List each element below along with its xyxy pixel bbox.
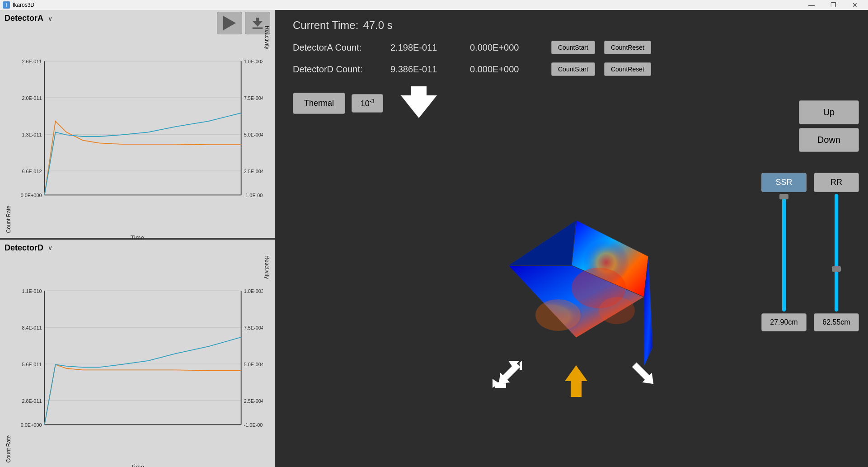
ssr-track [782,194,786,311]
down-arrow-icon [399,84,439,120]
current-time-label: Current Time: [293,19,358,32]
svg-marker-56 [629,360,658,389]
detector-a-chart: 2.6E-011 2.0E-011 1.3E-011 6.6E-012 0.0E… [12,26,263,233]
svg-text:8.4E-011: 8.4E-011 [22,325,42,330]
3d-cube-viz [481,207,671,378]
svg-text:1.0E-003: 1.0E-003 [244,288,263,293]
detector-d-y-left-label: Count Rate [5,255,12,463]
detector-d-chart: 1.1E-010 8.4E-011 5.6E-011 2.8E-011 0.0E… [12,255,263,463]
ssr-column: SSR 27.90cm [761,173,807,331]
detector-d-row: DetectorD Count: 9.386E-011 0.000E+000 C… [293,62,859,76]
detector-d-label: DetectorD [5,243,43,253]
power-base: 10 [361,99,370,108]
ssr-handle[interactable] [779,194,788,199]
nav-arrow-right[interactable] [626,359,662,392]
detector-a-chart-container: Count Rate [0,25,275,238]
current-time-value: 47.0 s [363,19,392,32]
window-controls: — ❐ ✕ [801,0,865,10]
svg-text:1.0E-003: 1.0E-003 [244,59,263,64]
detector-d-dropdown[interactable]: ∨ [48,244,52,251]
svg-text:2.5E-004: 2.5E-004 [244,398,263,403]
svg-text:7.5E-004: 7.5E-004 [244,325,263,330]
rr-value-button[interactable]: 62.55cm [814,313,859,331]
detector-d-count-start-button[interactable]: CountStart [551,62,595,76]
svg-marker-39 [401,95,437,118]
power-exp: -3 [370,98,375,104]
svg-text:5.6E-011: 5.6E-011 [22,361,42,367]
detector-a-y-right-label: Reactivity [263,26,270,233]
detector-d-header: DetectorD ∨ [0,240,275,255]
svg-text:-1.0E-009: -1.0E-009 [244,193,263,198]
detector-d-chart-container: Count Rate [0,255,275,467]
detector-a-count-start-button[interactable]: CountStart [551,41,595,54]
ssr-slider[interactable] [779,194,788,311]
ssr-value-button[interactable]: 27.90cm [761,313,807,331]
main-content: DetectorA ∨ Count Rate [0,10,868,467]
svg-text:2.5E-004: 2.5E-004 [244,169,263,174]
thermal-button[interactable]: Thermal [293,93,345,114]
svg-text:5.0E-004: 5.0E-004 [244,132,263,137]
svg-text:0.0E+000: 0.0E+000 [21,422,42,428]
detector-d-panel: DetectorD ∨ Count Rate [0,240,275,467]
svg-rect-40 [411,86,427,98]
left-panel: DetectorA ∨ Count Rate [0,10,275,467]
svg-text:1.1E-010: 1.1E-010 [22,288,42,293]
nav-arrow-left[interactable] [490,359,526,392]
app-icon: I [3,1,10,9]
nav-arrow-up[interactable] [558,363,594,401]
rod-controls: SSR 27.90cm RR 62.55cm [761,173,859,331]
rr-handle[interactable] [832,266,841,272]
detector-a-label: DetectorA [5,14,43,23]
up-button[interactable]: Up [799,100,859,124]
detector-d-count-reset-button[interactable]: CountReset [604,62,651,76]
rr-column: RR 62.55cm [814,173,859,331]
power-button[interactable]: 10-3 [352,94,383,113]
rr-track [835,194,838,311]
svg-text:-1.0E-009: -1.0E-009 [244,422,263,428]
svg-rect-1 [256,18,259,22]
app-title: Ikaros3D [13,2,801,8]
right-panel: Current Time: 47.0 s DetectorA Count: 2.… [275,10,868,467]
svg-text:6.6E-012: 6.6E-012 [22,169,42,174]
svg-marker-55 [565,365,587,397]
down-arrow-indicator [399,84,439,122]
detector-d-count-value1: 9.386E-011 [390,64,463,75]
svg-text:5.0E-004: 5.0E-004 [244,361,263,367]
svg-text:0.0E+000: 0.0E+000 [21,193,42,198]
svg-marker-46 [508,220,576,265]
detector-a-count-reset-button[interactable]: CountReset [604,41,651,54]
svg-text:2.0E-011: 2.0E-011 [22,95,42,101]
detector-a-count-label: DetectorA Count: [293,42,383,53]
rr-button[interactable]: RR [814,173,859,192]
svg-point-48 [535,299,581,331]
svg-text:1.3E-011: 1.3E-011 [22,132,42,137]
controls-row: Thermal 10-3 [293,84,859,122]
detector-d-y-right-label: Reactivity [263,255,270,463]
detector-a-panel: DetectorA ∨ Count Rate [0,10,275,240]
detector-a-row: DetectorA Count: 2.198E-011 0.000E+000 C… [293,41,859,54]
ssr-button[interactable]: SSR [761,173,807,192]
detector-d-x-label: Time [5,462,270,467]
detector-d-count-label: DetectorD Count: [293,64,383,75]
svg-text:2.6E-011: 2.6E-011 [22,59,42,64]
rr-slider[interactable] [832,194,841,311]
svg-point-49 [599,297,635,324]
maximize-button[interactable]: ❐ [823,0,844,10]
detector-d-count-value2: 0.000E+000 [470,64,542,75]
minimize-button[interactable]: — [801,0,822,10]
detector-a-dropdown[interactable]: ∨ [48,15,52,22]
svg-text:2.8E-011: 2.8E-011 [22,398,42,403]
titlebar: I Ikaros3D — ❐ ✕ [0,0,868,10]
close-button[interactable]: ✕ [845,0,865,10]
detector-a-count-value1: 2.198E-011 [390,42,463,53]
detector-a-y-left-label: Count Rate [5,26,12,233]
detector-a-count-value2: 0.000E+000 [470,42,542,53]
svg-text:7.5E-004: 7.5E-004 [244,95,263,101]
